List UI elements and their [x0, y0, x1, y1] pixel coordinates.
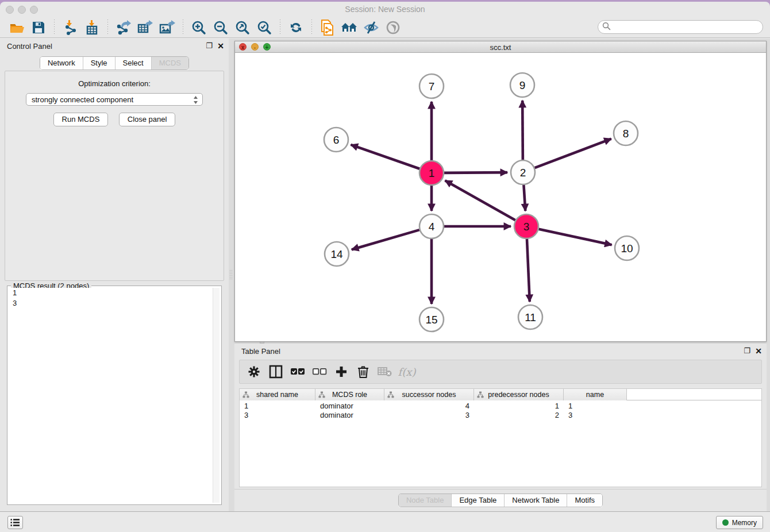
table-cell[interactable]: dominator [315, 402, 384, 411]
mcds-result-item[interactable]: 1 [9, 288, 220, 298]
mcds-result-item[interactable]: 3 [9, 298, 220, 309]
graph-node-9[interactable]: 9 [510, 73, 534, 97]
graph-edge-2-9[interactable] [522, 101, 523, 160]
result-scrollbar[interactable] [213, 288, 220, 503]
copy-network-icon[interactable] [318, 20, 337, 36]
column-header-predecessor-nodes[interactable]: predecessor nodes [474, 389, 564, 400]
graph-node-1[interactable]: 1 [419, 161, 444, 185]
hide-graphics-details-icon[interactable] [362, 20, 380, 36]
graph-node-10[interactable]: 10 [615, 236, 639, 260]
export-table-icon[interactable] [136, 20, 155, 36]
column-header-label: predecessor nodes [488, 391, 549, 399]
delete-column-icon[interactable] [356, 364, 371, 379]
table-cell[interactable]: 3 [240, 411, 315, 420]
run-mcds-button[interactable]: Run MCDS [53, 113, 109, 126]
zoom-selected-icon[interactable] [255, 20, 274, 36]
tab-style[interactable]: Style [83, 57, 115, 70]
tab-network-table[interactable]: Network Table [504, 494, 567, 507]
graph-edge-4-14[interactable] [352, 230, 419, 249]
graph-edge-2-3[interactable] [523, 185, 525, 211]
criterion-value: strongly connected component [32, 95, 133, 104]
deselect-all-icon[interactable] [312, 364, 327, 379]
open-session-icon[interactable] [7, 20, 26, 36]
graph-node-label: 3 [523, 221, 530, 233]
import-network-icon[interactable] [61, 20, 79, 36]
table-cell[interactable]: 4 [384, 402, 474, 411]
network-graph: 7968124314101511 [235, 53, 766, 341]
mcds-result-list[interactable]: 13 [9, 288, 220, 503]
table-cell[interactable]: 3 [384, 411, 474, 420]
column-header-name[interactable]: name [564, 389, 627, 400]
column-header-shared-name[interactable]: shared name [240, 389, 315, 400]
export-network-icon[interactable] [114, 20, 133, 36]
graph-node-3[interactable]: 3 [514, 214, 538, 238]
table-panel-title: Table Panel [241, 347, 280, 356]
graph-node-14[interactable]: 14 [325, 242, 349, 266]
graph-node-2[interactable]: 2 [511, 160, 535, 184]
table-cell[interactable]: 1 [240, 402, 315, 411]
task-history-button[interactable] [7, 516, 23, 529]
graph-node-15[interactable]: 15 [419, 307, 444, 331]
first-neighbors-icon[interactable] [340, 20, 359, 36]
graph-node-8[interactable]: 8 [614, 121, 638, 145]
control-panel-close-icon[interactable]: ✕ [217, 41, 224, 51]
column-header-successor-nodes[interactable]: successor nodes [384, 389, 474, 400]
graph-node-11[interactable]: 11 [518, 305, 542, 329]
table-cell[interactable]: dominator [315, 411, 384, 420]
graph-edge-2-8[interactable] [535, 139, 611, 168]
tab-node-table[interactable]: Node Table [399, 494, 452, 507]
graph-node-label: 2 [520, 167, 526, 179]
tab-select[interactable]: Select [115, 57, 151, 70]
add-column-icon[interactable] [334, 364, 349, 379]
save-session-icon[interactable] [29, 20, 48, 36]
graph-node-4[interactable]: 4 [419, 214, 444, 238]
column-tree-icon [242, 391, 249, 400]
table-panel-float-icon[interactable]: ❐ [744, 346, 750, 355]
apply-layout-icon[interactable] [287, 20, 305, 36]
column-header-label: shared name [256, 391, 298, 399]
table-cell[interactable]: 1 [474, 402, 564, 411]
graph-node-6[interactable]: 6 [324, 128, 348, 152]
tab-network[interactable]: Network [40, 57, 83, 70]
graph-edge-1-6[interactable] [351, 145, 419, 169]
network-canvas[interactable]: 7968124314101511 [235, 53, 766, 341]
graph-node-7[interactable]: 7 [419, 74, 444, 98]
app-titlebar: Session: New Session [0, 2, 770, 17]
graph-edge-3-11[interactable] [527, 239, 530, 302]
zoom-out-icon[interactable] [211, 20, 230, 36]
app-title: Session: New Session [0, 5, 770, 14]
zoom-fit-icon[interactable] [233, 20, 252, 36]
tab-mcds[interactable]: MCDS [151, 57, 188, 70]
graph-edge-1-2[interactable] [444, 172, 507, 173]
select-all-icon[interactable] [290, 364, 305, 379]
table-panel-close-icon[interactable]: ✕ [755, 346, 762, 356]
table-row[interactable]: 1dominator411 [240, 402, 761, 411]
graph-node-label: 10 [621, 242, 633, 255]
column-header-MCDS-role[interactable]: MCDS role [315, 389, 384, 400]
search-box[interactable] [598, 20, 763, 34]
graph-node-label: 8 [623, 128, 629, 140]
search-input[interactable] [611, 21, 763, 33]
show-columns-icon[interactable] [268, 364, 283, 379]
graph-node-label: 15 [425, 314, 437, 326]
vertical-splitter-handle[interactable] [229, 269, 233, 280]
show-graphics-details-icon[interactable] [384, 20, 402, 36]
graph-node-label: 1 [429, 167, 435, 179]
tab-edge-table[interactable]: Edge Table [451, 494, 504, 507]
table-cell[interactable]: 3 [564, 411, 627, 420]
table-cell[interactable]: 2 [474, 411, 564, 420]
zoom-in-icon[interactable] [190, 20, 208, 36]
control-panel-float-icon[interactable]: ❐ [206, 41, 213, 50]
memory-button[interactable]: Memory [716, 516, 763, 529]
table-settings-icon[interactable] [247, 364, 261, 379]
close-panel-button[interactable]: Close panel [119, 113, 176, 126]
table-cell[interactable]: 1 [564, 402, 627, 411]
export-image-icon[interactable] [158, 20, 176, 36]
column-header-label: name [586, 391, 604, 399]
graph-edge-3-10[interactable] [538, 229, 611, 245]
graph-edge-3-1[interactable] [445, 180, 515, 220]
criterion-select[interactable]: strongly connected component [26, 93, 203, 106]
import-table-icon[interactable] [83, 20, 101, 36]
tab-motifs[interactable]: Motifs [567, 494, 602, 507]
table-row[interactable]: 3dominator323 [240, 411, 761, 420]
